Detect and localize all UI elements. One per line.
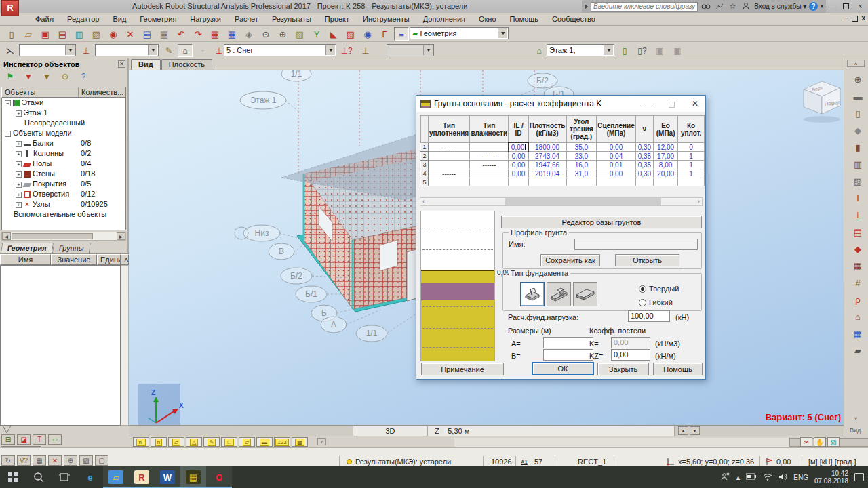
close-button[interactable]: × — [854, 1, 866, 11]
bar-numbers-icon[interactable]: n — [151, 437, 167, 447]
supports-display-icon[interactable]: △ — [186, 437, 202, 447]
help-icon[interactable]: ? — [76, 70, 91, 83]
tab-geometry[interactable]: Геометрия — [1, 243, 54, 253]
tree-expander-icon[interactable]: + — [16, 110, 22, 117]
print-preview-icon[interactable]: ▥ — [72, 27, 87, 41]
radio-rigid[interactable]: Твердый — [639, 285, 679, 293]
local-axes-icon[interactable]: ∟ — [221, 437, 237, 447]
open-button[interactable]: Открыть — [615, 254, 679, 266]
tools-icon[interactable]: Γ — [377, 27, 392, 41]
taskbar-edge[interactable]: e — [77, 466, 103, 488]
numbering-icon[interactable]: 123 — [274, 437, 290, 447]
menu-Нагрузки[interactable]: Нагрузки — [183, 14, 228, 24]
axes-icon[interactable]: # — [850, 275, 866, 290]
rotate-view-icon[interactable]: ↻ — [1, 455, 15, 466]
view-window-icon[interactable]: ⌂ — [178, 44, 193, 57]
box-view-icon[interactable]: ▧ — [827, 437, 840, 447]
tab-view[interactable]: Вид — [131, 59, 161, 70]
print-icon[interactable]: ▤ — [55, 27, 70, 41]
red-panel-icon[interactable]: ◪ — [17, 434, 31, 445]
restore-button[interactable] — [840, 1, 852, 11]
redo-icon[interactable]: ↷ — [191, 27, 205, 41]
table-scroll-right-icon[interactable]: › — [698, 198, 700, 205]
clip-scissors-icon[interactable]: ✂ — [800, 437, 812, 447]
soil-layers-table[interactable]: Тип уплотненияТип влажностиIL / IDПлотно… — [420, 115, 705, 186]
undo-icon[interactable]: ↶ — [174, 27, 189, 41]
soil-db-editor-button[interactable]: Редактор базы грунтов — [501, 216, 702, 228]
tree-expander-icon[interactable]: − — [5, 131, 11, 137]
level-down-icon[interactable]: ▼ — [690, 426, 700, 435]
right-toolbar-scroll-down-icon[interactable]: ˅ — [847, 415, 865, 422]
tree-item-Этажи[interactable]: −Этажи — [2, 98, 125, 108]
menu-Проект[interactable]: Проект — [318, 14, 356, 24]
section-shape-icon[interactable]: ▬ — [256, 437, 273, 447]
tree-expander-icon[interactable]: + — [16, 182, 22, 188]
soil-table-row[interactable]: 4------0,002019,0431,00,000,3020,001 — [421, 169, 705, 178]
camera-icon[interactable]: ◉ — [106, 27, 121, 41]
foundation-load-input[interactable]: 100,00 — [628, 310, 670, 322]
lock-icon[interactable]: ◈ — [241, 27, 256, 41]
tree-expander-icon[interactable]: + — [16, 192, 22, 198]
prop-scroll-up-icon[interactable]: ˄ — [121, 254, 129, 265]
floor-icon[interactable]: ◆ — [850, 123, 866, 138]
tree-expander-icon[interactable]: + — [16, 171, 22, 178]
display-attributes-icon[interactable]: ▨ — [292, 27, 307, 41]
select-nodes-icon[interactable]: ⋋ — [3, 44, 18, 57]
sections-display-icon[interactable]: ✎ — [203, 437, 220, 447]
support-icon[interactable]: ⊥ — [850, 207, 866, 222]
cladding-icon[interactable]: ▤ — [850, 224, 866, 239]
panel-icon[interactable]: ▥ — [850, 157, 866, 171]
column-icon[interactable]: ▯ — [850, 106, 866, 121]
dialog-minimize-button[interactable]: — — [637, 96, 658, 111]
solid-load-icon[interactable]: ▰ — [850, 343, 866, 358]
tab-groups[interactable]: Группы — [52, 243, 91, 253]
communication-center-icon[interactable] — [714, 2, 725, 12]
mdi-minimize-button[interactable]: – — [845, 14, 849, 22]
close-dialog-button[interactable]: Закрыть — [597, 363, 649, 375]
user-icon[interactable] — [741, 2, 751, 12]
frame3d-icon[interactable]: ⌂ — [850, 309, 866, 324]
mdi-close-button[interactable]: x — [861, 14, 865, 22]
task-view-icon[interactable] — [52, 466, 77, 488]
menu-Редактор[interactable]: Редактор — [60, 14, 106, 24]
calculation-report-icon[interactable]: ▦ — [224, 27, 239, 41]
tree-expander-icon[interactable]: − — [5, 100, 11, 106]
z-level-indicator[interactable]: Z = 5,30 м — [428, 426, 469, 436]
tab-plane[interactable]: Плоскость — [161, 59, 212, 70]
load-case-combo[interactable]: 5 : Снег — [224, 44, 336, 56]
storeys-filter-icon[interactable]: ⚑ — [3, 70, 18, 83]
foundation-spot-button[interactable] — [520, 282, 545, 306]
tree-item-Отверстия[interactable]: +Отверстия0/12 — [2, 189, 125, 199]
tree-expander-icon[interactable]: + — [16, 161, 22, 167]
storey-add-icon[interactable]: ▯ — [617, 44, 632, 57]
taskbar-robot-dialog[interactable]: ▦ — [180, 466, 206, 488]
node-selection-combo[interactable] — [19, 44, 76, 56]
cube-outline-icon[interactable]: ▢ — [95, 455, 108, 466]
panel-display-icon[interactable]: ▱ — [239, 437, 255, 447]
table-hscrollbar[interactable]: ‹ › — [420, 197, 703, 206]
minimize-button[interactable]: — — [826, 1, 837, 11]
diagram-icon[interactable]: ▨ — [343, 27, 358, 41]
soil-table-row[interactable]: 5 — [421, 178, 705, 187]
language-indicator[interactable]: ENG — [793, 474, 808, 481]
search-icon[interactable]: ⊙ — [58, 70, 73, 83]
menu-Расчет[interactable]: Расчет — [228, 14, 265, 24]
zoom-icon[interactable]: ⊙ — [258, 27, 273, 41]
save-icon[interactable]: ▣ — [38, 27, 53, 41]
mdi-restore-button[interactable] — [852, 16, 858, 22]
save-as-button[interactable]: Сохранить как — [540, 254, 600, 266]
taskbar-search-icon[interactable] — [26, 466, 52, 488]
start-button[interactable] — [0, 466, 26, 488]
favorites-star-icon[interactable]: ☆ — [728, 2, 738, 12]
filter-icon[interactable]: ▼ — [21, 70, 36, 83]
tree-expander-icon[interactable]: + — [16, 202, 22, 208]
load-icon[interactable]: ◆ — [850, 241, 866, 256]
radio-flexible[interactable]: Гибкий — [639, 298, 673, 306]
sign-in-button[interactable]: Вход в службы ▾ — [754, 3, 806, 10]
wifi-icon[interactable] — [763, 473, 772, 482]
volume-icon[interactable] — [778, 473, 787, 482]
tree-item-Покрытия[interactable]: +Покрытия0/5 — [2, 179, 125, 189]
screen-capture-icon[interactable]: ▧ — [89, 27, 104, 41]
soil-table-row[interactable]: 2------0,002743,0423,00,040,3517,001 — [421, 152, 705, 161]
action-center-icon[interactable] — [854, 473, 864, 481]
